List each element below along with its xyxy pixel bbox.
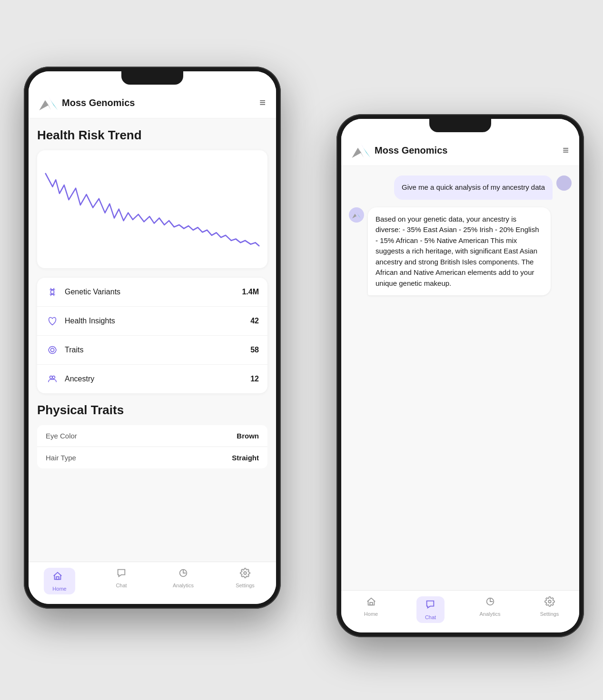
- nav-settings-left[interactable]: Settings: [214, 566, 276, 596]
- ancestry-value: 12: [250, 375, 259, 383]
- traits-icon: [46, 343, 59, 357]
- hair-type-value: Straight: [232, 454, 259, 462]
- nav-home-label-right: Home: [364, 611, 378, 617]
- notch-left: [121, 71, 183, 85]
- home-scroll[interactable]: Health Risk Trend: [29, 118, 276, 562]
- trait-eye-color: Eye Color Brown: [37, 425, 267, 447]
- nav-settings-right[interactable]: Settings: [520, 594, 579, 625]
- chart-title: Health Risk Trend: [37, 128, 267, 143]
- health-risk-chart: [37, 150, 267, 268]
- phone-left: Moss Genomics ≡ Health Risk Trend: [24, 67, 281, 609]
- svg-rect-20: [370, 603, 373, 605]
- svg-marker-12: [352, 148, 361, 158]
- stats-list: Genetic Variants 1.4M Health Insights: [37, 278, 267, 393]
- phone-right-screen: Moss Genomics ≡ Give me a quick analysis…: [341, 119, 579, 632]
- svg-marker-16: [352, 214, 356, 218]
- nav-chat-left[interactable]: Chat: [90, 566, 152, 596]
- physical-traits-title: Physical Traits: [37, 403, 267, 418]
- genetic-icon: [46, 285, 59, 299]
- phone-right: Moss Genomics ≡ Give me a quick analysis…: [336, 114, 584, 637]
- svg-rect-9: [57, 577, 59, 580]
- logo-icon-right: [352, 143, 371, 158]
- svg-point-6: [50, 348, 54, 351]
- stat-row-health[interactable]: Health Insights 42: [37, 307, 267, 336]
- svg-point-8: [52, 376, 55, 379]
- menu-icon-left[interactable]: ≡: [259, 97, 266, 109]
- ai-avatar: [349, 207, 364, 223]
- nav-home-label-left: Home: [52, 586, 66, 592]
- ai-message-wrap: Based on your genetic data, your ancestr…: [349, 207, 572, 296]
- genetic-label: Genetic Variants: [65, 288, 242, 296]
- home-icon-left: [52, 571, 66, 584]
- traits-value: 58: [250, 346, 259, 354]
- eye-color-label: Eye Color: [46, 432, 77, 440]
- logo-right: Moss Genomics: [352, 143, 447, 158]
- app-title-left: Moss Genomics: [62, 97, 135, 108]
- nav-chat-right[interactable]: Chat: [401, 594, 460, 625]
- health-value: 42: [250, 317, 259, 325]
- stat-row-ancestry[interactable]: Ancestry 12: [37, 365, 267, 393]
- stat-row-genetic[interactable]: Genetic Variants 1.4M: [37, 278, 267, 307]
- svg-marker-19: [357, 214, 361, 218]
- user-bubble: Give me a quick analysis of my ancestry …: [394, 175, 553, 200]
- settings-icon-right: [544, 596, 555, 610]
- chat-icon-left: [116, 568, 127, 581]
- chart-svg: [41, 158, 264, 262]
- trait-hair-type: Hair Type Straight: [37, 447, 267, 468]
- ancestry-icon: [46, 372, 59, 386]
- bottom-nav-right: Home Chat: [341, 590, 579, 632]
- svg-point-22: [548, 600, 551, 603]
- phone-left-screen: Moss Genomics ≡ Health Risk Trend: [29, 71, 276, 604]
- logo-icon-left: [39, 95, 58, 110]
- notch-right: [429, 119, 491, 132]
- ai-bubble: Based on your genetic data, your ancestr…: [368, 207, 551, 296]
- app-title-right: Moss Genomics: [375, 145, 447, 156]
- traits-section: Eye Color Brown Hair Type Straight: [37, 425, 267, 468]
- svg-marker-3: [50, 100, 58, 110]
- stat-row-traits[interactable]: Traits 58: [37, 336, 267, 365]
- nav-analytics-left[interactable]: Analytics: [152, 566, 214, 596]
- home-icon-right: [366, 596, 376, 610]
- ancestry-label: Ancestry: [65, 375, 250, 383]
- analytics-icon-left: [178, 568, 188, 581]
- user-message-wrap: Give me a quick analysis of my ancestry …: [349, 175, 572, 200]
- home-app: Moss Genomics ≡ Health Risk Trend: [29, 71, 276, 604]
- user-avatar: [556, 175, 572, 191]
- svg-point-11: [244, 572, 247, 574]
- settings-icon-left: [240, 568, 250, 581]
- genetic-value: 1.4M: [242, 288, 259, 296]
- svg-marker-0: [39, 100, 49, 110]
- svg-marker-15: [363, 148, 370, 158]
- chat-icon-right: [425, 599, 436, 612]
- traits-label: Traits: [65, 346, 250, 354]
- scene: Moss Genomics ≡ Health Risk Trend: [10, 19, 593, 700]
- nav-home-right[interactable]: Home: [341, 594, 401, 625]
- nav-analytics-label-right: Analytics: [479, 611, 500, 617]
- svg-marker-2: [48, 95, 53, 105]
- hair-type-label: Hair Type: [46, 454, 76, 462]
- nav-settings-label-left: Settings: [236, 583, 255, 588]
- nav-home-left[interactable]: Home: [29, 566, 90, 596]
- menu-icon-right[interactable]: ≡: [563, 144, 569, 156]
- nav-chat-label-left: Chat: [116, 583, 127, 588]
- health-icon: [46, 314, 59, 328]
- logo-left: Moss Genomics: [39, 95, 135, 110]
- health-label: Health Insights: [65, 317, 250, 325]
- nav-analytics-label-left: Analytics: [173, 583, 194, 588]
- chat-scroll[interactable]: Give me a quick analysis of my ancestry …: [341, 166, 579, 590]
- nav-analytics-right[interactable]: Analytics: [460, 594, 520, 625]
- bottom-nav-left: Home Chat: [29, 562, 276, 604]
- nav-settings-label-right: Settings: [540, 611, 559, 617]
- analytics-icon-right: [485, 596, 495, 610]
- nav-chat-label-right: Chat: [425, 614, 436, 620]
- chat-app: Moss Genomics ≡ Give me a quick analysis…: [341, 119, 579, 632]
- eye-color-value: Brown: [237, 432, 259, 440]
